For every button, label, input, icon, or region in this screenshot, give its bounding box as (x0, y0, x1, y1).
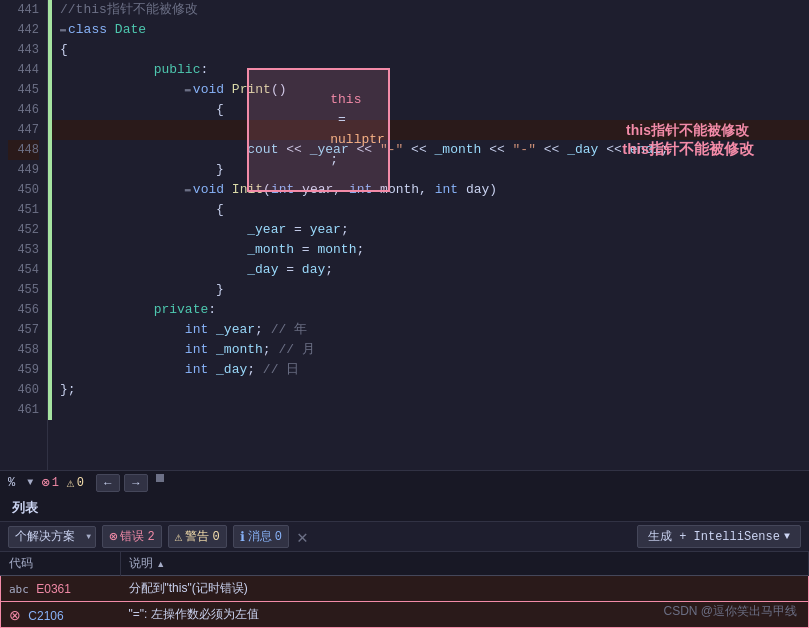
col-description: 说明 ▲ (121, 552, 809, 576)
error-circle-icon: ⊗ (9, 607, 21, 623)
error-code-c2106: C2106 (28, 609, 63, 623)
error-code-cell: abc E0361 (1, 576, 121, 602)
info-icon: ℹ (240, 529, 245, 545)
error-status: ⊗ 1 (41, 474, 59, 491)
fold-icon-442[interactable]: ▬ (60, 20, 66, 40)
warning-number: 0 (212, 530, 219, 544)
scroll-indicator (156, 474, 164, 482)
watermark: CSDN @逗你笑出马甲线 (663, 603, 797, 620)
zoom-dropdown[interactable]: ▼ (27, 477, 33, 488)
zoom-percent: % (8, 476, 15, 490)
error-badge[interactable]: ⊗ 错误 2 (102, 525, 162, 548)
code-line-447: this = nullptr ; this指针不能被修改 (52, 120, 809, 140)
error-x-icon: ⊗ (109, 528, 117, 545)
error-number: 2 (147, 530, 154, 544)
code-line-441: //this指针不能被修改 (52, 0, 809, 20)
error-label: 错误 (120, 528, 144, 545)
code-line-459: int _day ; // 日 (52, 360, 809, 380)
solution-dropdown[interactable]: 个解决方案 (8, 526, 96, 548)
build-button[interactable]: 生成 + IntelliSense ▼ (637, 525, 801, 548)
error-count-status: 1 (52, 476, 59, 490)
solution-label: 个解决方案 (15, 528, 75, 545)
warning-badge[interactable]: ⚠ 警告 0 (168, 525, 227, 548)
status-bar: % ▼ ⊗ 1 ⚠ 0 ← → (0, 470, 809, 494)
code-content: 441 442 443 444 445 446 447 448 449 450 … (0, 0, 809, 470)
warning-status: ⚠ 0 (67, 475, 84, 491)
error-desc-cell: 分配到"this"(记时错误) (121, 576, 809, 602)
info-number: 0 (275, 530, 282, 544)
toolbar-separator: ✕ (297, 526, 308, 548)
line-numbers: 441 442 443 444 445 446 447 448 449 450 … (0, 0, 48, 470)
code-line-455: } (52, 280, 809, 300)
code-line-442: ▬ class Date (52, 20, 809, 40)
table-row[interactable]: abc E0361 分配到"this"(记时错误) (1, 576, 809, 602)
annotation-text: this指针不能被修改 (626, 120, 749, 140)
code-line-443: { (52, 40, 809, 60)
info-badge[interactable]: ℹ 消息 0 (233, 525, 289, 548)
warning-count-status: 0 (77, 476, 84, 490)
error-table-header: 代码 说明 ▲ (1, 552, 809, 576)
error-code-cell-2: ⊗ C2106 (1, 602, 121, 628)
status-nav: ← → (96, 474, 164, 492)
code-lines: //this指针不能被修改 ▬ class Date { public: ▬ v… (52, 0, 809, 470)
error-toolbar: 个解决方案 ⊗ 错误 2 ⚠ 警告 0 ℹ 消息 0 ✕ 生成 + Intell… (0, 522, 809, 552)
error-list-container: 代码 说明 ▲ abc E0361 分配到"this"(记时错误) (0, 552, 809, 628)
info-label: 消息 (248, 528, 272, 545)
error-code-e0361: E0361 (36, 582, 71, 596)
warning-icon: ⚠ (175, 529, 183, 545)
nav-back-button[interactable]: ← (96, 474, 120, 492)
warning-icon-status: ⚠ (67, 475, 75, 491)
build-dropdown-icon: ▼ (784, 531, 790, 542)
build-label: 生成 + IntelliSense (648, 528, 780, 545)
abc-icon: abc (9, 583, 29, 596)
warning-label: 警告 (185, 528, 209, 545)
col-code: 代码 (1, 552, 121, 576)
error-icon: ⊗ (41, 474, 49, 491)
error-panel-title: 列表 (12, 499, 38, 517)
code-editor: 441 442 443 444 445 446 447 448 449 450 … (0, 0, 809, 470)
sort-icon: ▲ (156, 559, 165, 569)
nav-forward-button[interactable]: → (124, 474, 148, 492)
error-panel-header: 列表 (0, 494, 809, 522)
